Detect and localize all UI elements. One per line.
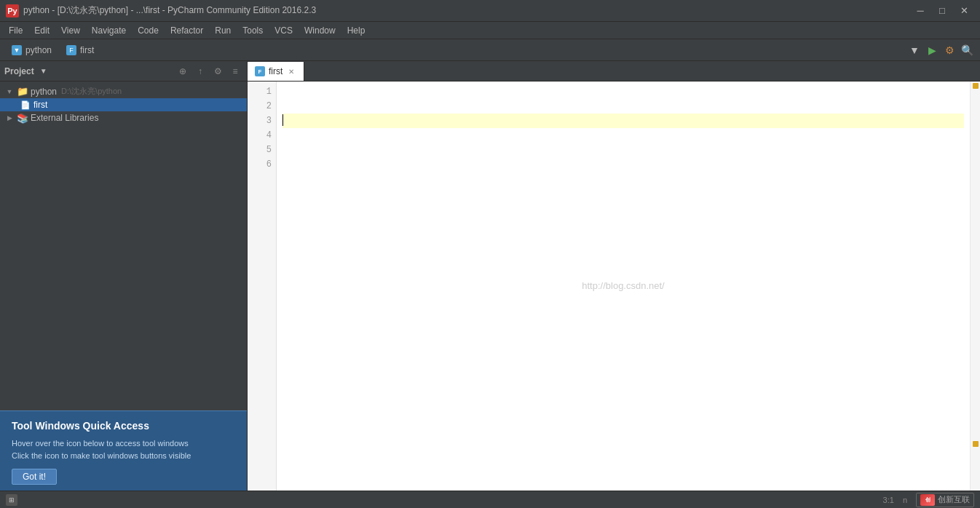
debug-button[interactable]: ⚙	[941, 41, 958, 59]
library-icon: 📚	[17, 113, 28, 123]
menu-item-refactor[interactable]: Refactor	[165, 24, 209, 37]
maximize-button[interactable]: □	[932, 3, 952, 19]
tree-python-root[interactable]: ▼ 📁 python D:\沈永亮\python	[0, 84, 247, 98]
menu-item-help[interactable]: Help	[341, 24, 371, 37]
project-toolbar: Project ▼ ⊕ ↑ ⚙ ≡	[0, 61, 247, 82]
toolbar-row: ▼ python F first ▼ ▶ ⚙ 🔍	[0, 39, 980, 61]
minimize-button[interactable]: ─	[910, 3, 930, 19]
menu-item-run[interactable]: Run	[209, 24, 237, 37]
code-line-6	[282, 157, 964, 172]
tooltip-title: Tool Windows Quick Access	[12, 420, 235, 432]
menu-item-tools[interactable]: Tools	[237, 24, 269, 37]
gear-button[interactable]: ≡	[228, 64, 242, 79]
first-tab-icon: F	[66, 45, 76, 55]
menu-item-view[interactable]: View	[55, 24, 86, 37]
tooltip-line2: Click the icon to make tool windows butt…	[12, 450, 235, 462]
tree-python-name: python	[31, 87, 57, 97]
tree-first-name: first	[33, 100, 47, 110]
menu-item-code[interactable]: Code	[132, 24, 165, 37]
code-line-4	[282, 128, 964, 143]
brand-logo: 创	[920, 494, 935, 506]
tree-python-path: D:\沈永亮\python	[61, 86, 122, 97]
tree-external-libraries[interactable]: ▶ 📚 External Libraries	[0, 111, 247, 124]
tree-first-file[interactable]: 📄 first	[0, 98, 247, 111]
python-tab-icon: ▼	[12, 45, 22, 55]
toolbar-first-tab[interactable]: F first	[59, 44, 101, 57]
menu-bar: FileEditViewNavigateCodeRefactorRunTools…	[0, 22, 980, 39]
toolbar-python-label: python	[25, 45, 52, 55]
menu-item-window[interactable]: Window	[299, 24, 341, 37]
line-num-3: 3	[248, 114, 272, 128]
main-area: Project ▼ ⊕ ↑ ⚙ ≡ ▼ 📁 python D:\沈永亮\pyth…	[0, 61, 980, 491]
status-bar: ⊞ 3:1 n 创 创新互联	[0, 491, 980, 508]
menu-item-edit[interactable]: Edit	[28, 24, 55, 37]
editor-content[interactable]: 1 2 3 4 5 6 http://blog.csdn.net/	[248, 82, 980, 491]
menu-item-navigate[interactable]: Navigate	[86, 24, 132, 37]
tooltip-body: Hover over the icon below to access tool…	[12, 437, 235, 461]
status-left: ⊞	[6, 494, 17, 506]
editor-tab-file-icon: F	[255, 66, 265, 76]
tooltip-line1: Hover over the icon below to access tool…	[12, 437, 235, 450]
code-area[interactable]: http://blog.csdn.net/	[277, 82, 970, 491]
code-line-5	[282, 143, 964, 157]
got-it-button[interactable]: Got it!	[12, 469, 57, 485]
file-icon: 📄	[20, 100, 31, 110]
window-controls: ─ □ ✕	[910, 3, 974, 19]
window-title: python - [D:\沈永亮\python] - ...\first - P…	[23, 4, 910, 17]
toolbar-python-tab[interactable]: ▼ python	[4, 44, 59, 57]
collapse-button[interactable]: ↑	[193, 64, 208, 79]
editor-tabs: F first ✕	[248, 61, 980, 82]
project-label: Project	[4, 66, 34, 76]
line-numbers: 1 2 3 4 5 6	[248, 82, 277, 491]
cursor-position: 3:1	[883, 496, 894, 504]
dropdown-arrow-button[interactable]: ▼	[906, 41, 923, 59]
status-right: 3:1 n 创 创新互联	[883, 493, 974, 507]
title-bar: Py python - [D:\沈永亮\python] - ...\first …	[0, 0, 980, 22]
editor-area: F first ✕ 1 2 3 4 5 6 http://b	[248, 61, 980, 491]
folder-icon: 📁	[17, 87, 28, 97]
line-num-2: 2	[248, 99, 272, 114]
tree-external-libraries-name: External Libraries	[31, 113, 98, 123]
project-dropdown-button[interactable]: ▼	[37, 65, 50, 78]
expand-arrow-icon: ▶	[4, 113, 15, 123]
search-everywhere-button[interactable]: 🔍	[958, 41, 976, 59]
line-num-6: 6	[248, 157, 272, 172]
gutter-marker-top	[973, 83, 979, 89]
close-button[interactable]: ✕	[954, 3, 974, 19]
code-line-1	[282, 84, 964, 99]
tooltip-popup: Tool Windows Quick Access Hover over the…	[0, 410, 247, 491]
menu-item-vcs[interactable]: VCS	[269, 24, 299, 37]
brand-badge: 创 创新互联	[916, 493, 974, 507]
sync-button[interactable]: ⊕	[175, 64, 190, 79]
project-panel: Project ▼ ⊕ ↑ ⚙ ≡ ▼ 📁 python D:\沈永亮\pyth…	[0, 61, 248, 491]
menu-item-file[interactable]: File	[3, 24, 28, 37]
code-line-3	[282, 114, 964, 128]
gutter-marker-bottom	[973, 441, 979, 447]
brand-text: 创新互联	[938, 494, 970, 505]
watermark-text: http://blog.csdn.net/	[582, 279, 664, 293]
settings-button[interactable]: ⚙	[210, 64, 225, 79]
tab-close-icon[interactable]: ✕	[286, 66, 296, 76]
app-icon: Py	[6, 4, 19, 17]
editor-tab-name: first	[269, 66, 282, 76]
line-num-4: 4	[248, 128, 272, 143]
code-line-2	[282, 99, 964, 114]
line-num-5: 5	[248, 143, 272, 157]
line-num-1: 1	[248, 84, 272, 99]
collapse-arrow-icon: ▼	[4, 87, 15, 97]
encoding-indicator: n	[903, 496, 907, 504]
editor-tab-first[interactable]: F first ✕	[248, 62, 304, 81]
status-left-icon[interactable]: ⊞	[6, 494, 17, 506]
run-button[interactable]: ▶	[923, 41, 941, 59]
right-gutter	[970, 82, 980, 491]
toolbar-first-label: first	[80, 45, 94, 55]
